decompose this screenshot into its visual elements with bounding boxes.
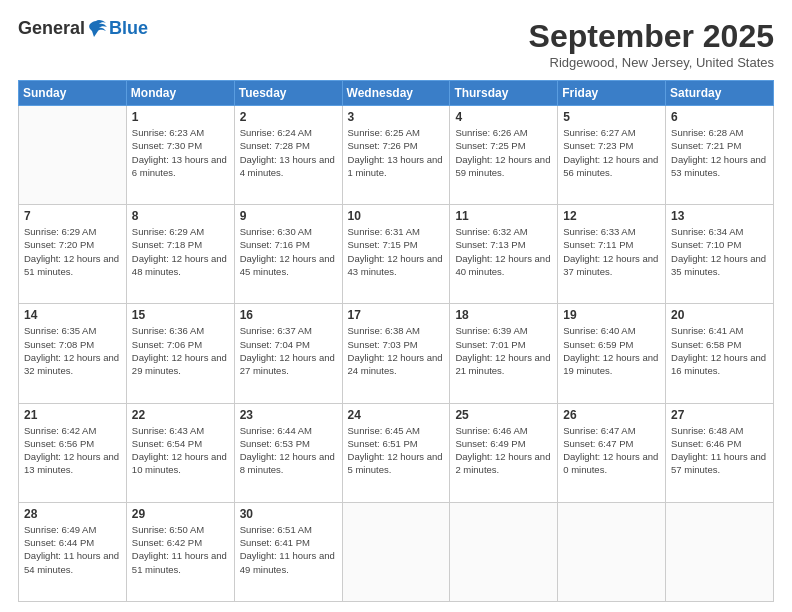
weekday-header-friday: Friday [558, 81, 666, 106]
day-info: Sunrise: 6:40 AMSunset: 6:59 PMDaylight:… [563, 324, 660, 377]
week-row-0: 1Sunrise: 6:23 AMSunset: 7:30 PMDaylight… [19, 106, 774, 205]
day-number: 26 [563, 408, 660, 422]
day-number: 20 [671, 308, 768, 322]
day-info: Sunrise: 6:45 AMSunset: 6:51 PMDaylight:… [348, 424, 445, 477]
calendar-cell: 20Sunrise: 6:41 AMSunset: 6:58 PMDayligh… [666, 304, 774, 403]
calendar-cell: 26Sunrise: 6:47 AMSunset: 6:47 PMDayligh… [558, 403, 666, 502]
calendar-cell: 24Sunrise: 6:45 AMSunset: 6:51 PMDayligh… [342, 403, 450, 502]
day-info: Sunrise: 6:37 AMSunset: 7:04 PMDaylight:… [240, 324, 337, 377]
day-number: 14 [24, 308, 121, 322]
day-number: 22 [132, 408, 229, 422]
calendar-cell: 4Sunrise: 6:26 AMSunset: 7:25 PMDaylight… [450, 106, 558, 205]
week-row-4: 28Sunrise: 6:49 AMSunset: 6:44 PMDayligh… [19, 502, 774, 601]
title-block: September 2025 Ridgewood, New Jersey, Un… [529, 18, 774, 70]
location: Ridgewood, New Jersey, United States [529, 55, 774, 70]
day-info: Sunrise: 6:46 AMSunset: 6:49 PMDaylight:… [455, 424, 552, 477]
day-number: 11 [455, 209, 552, 223]
calendar-cell [558, 502, 666, 601]
day-number: 16 [240, 308, 337, 322]
weekday-header-tuesday: Tuesday [234, 81, 342, 106]
calendar-cell [666, 502, 774, 601]
calendar-cell: 7Sunrise: 6:29 AMSunset: 7:20 PMDaylight… [19, 205, 127, 304]
calendar-cell: 19Sunrise: 6:40 AMSunset: 6:59 PMDayligh… [558, 304, 666, 403]
day-number: 24 [348, 408, 445, 422]
calendar-cell [450, 502, 558, 601]
day-number: 21 [24, 408, 121, 422]
day-number: 25 [455, 408, 552, 422]
day-info: Sunrise: 6:29 AMSunset: 7:20 PMDaylight:… [24, 225, 121, 278]
day-info: Sunrise: 6:36 AMSunset: 7:06 PMDaylight:… [132, 324, 229, 377]
day-info: Sunrise: 6:48 AMSunset: 6:46 PMDaylight:… [671, 424, 768, 477]
calendar-cell: 13Sunrise: 6:34 AMSunset: 7:10 PMDayligh… [666, 205, 774, 304]
logo-blue-text: Blue [109, 18, 148, 39]
day-number: 28 [24, 507, 121, 521]
day-number: 7 [24, 209, 121, 223]
day-info: Sunrise: 6:32 AMSunset: 7:13 PMDaylight:… [455, 225, 552, 278]
day-number: 12 [563, 209, 660, 223]
day-number: 5 [563, 110, 660, 124]
logo: General Blue [18, 18, 148, 39]
calendar-cell: 21Sunrise: 6:42 AMSunset: 6:56 PMDayligh… [19, 403, 127, 502]
week-row-2: 14Sunrise: 6:35 AMSunset: 7:08 PMDayligh… [19, 304, 774, 403]
day-info: Sunrise: 6:27 AMSunset: 7:23 PMDaylight:… [563, 126, 660, 179]
calendar-cell: 17Sunrise: 6:38 AMSunset: 7:03 PMDayligh… [342, 304, 450, 403]
day-number: 27 [671, 408, 768, 422]
day-number: 4 [455, 110, 552, 124]
day-number: 29 [132, 507, 229, 521]
day-number: 1 [132, 110, 229, 124]
calendar-cell: 29Sunrise: 6:50 AMSunset: 6:42 PMDayligh… [126, 502, 234, 601]
calendar-cell: 9Sunrise: 6:30 AMSunset: 7:16 PMDaylight… [234, 205, 342, 304]
calendar-cell: 14Sunrise: 6:35 AMSunset: 7:08 PMDayligh… [19, 304, 127, 403]
calendar-cell: 16Sunrise: 6:37 AMSunset: 7:04 PMDayligh… [234, 304, 342, 403]
calendar-cell: 11Sunrise: 6:32 AMSunset: 7:13 PMDayligh… [450, 205, 558, 304]
weekday-header-wednesday: Wednesday [342, 81, 450, 106]
calendar-cell: 10Sunrise: 6:31 AMSunset: 7:15 PMDayligh… [342, 205, 450, 304]
calendar-cell: 2Sunrise: 6:24 AMSunset: 7:28 PMDaylight… [234, 106, 342, 205]
calendar: SundayMondayTuesdayWednesdayThursdayFrid… [18, 80, 774, 602]
day-info: Sunrise: 6:51 AMSunset: 6:41 PMDaylight:… [240, 523, 337, 576]
day-number: 9 [240, 209, 337, 223]
calendar-cell: 8Sunrise: 6:29 AMSunset: 7:18 PMDaylight… [126, 205, 234, 304]
weekday-header-sunday: Sunday [19, 81, 127, 106]
calendar-cell: 12Sunrise: 6:33 AMSunset: 7:11 PMDayligh… [558, 205, 666, 304]
calendar-cell: 27Sunrise: 6:48 AMSunset: 6:46 PMDayligh… [666, 403, 774, 502]
logo-bird-icon [86, 19, 108, 39]
day-info: Sunrise: 6:25 AMSunset: 7:26 PMDaylight:… [348, 126, 445, 179]
day-info: Sunrise: 6:34 AMSunset: 7:10 PMDaylight:… [671, 225, 768, 278]
calendar-cell: 18Sunrise: 6:39 AMSunset: 7:01 PMDayligh… [450, 304, 558, 403]
day-number: 17 [348, 308, 445, 322]
day-number: 30 [240, 507, 337, 521]
day-info: Sunrise: 6:49 AMSunset: 6:44 PMDaylight:… [24, 523, 121, 576]
calendar-cell: 15Sunrise: 6:36 AMSunset: 7:06 PMDayligh… [126, 304, 234, 403]
header: General Blue September 2025 Ridgewood, N… [18, 18, 774, 70]
day-info: Sunrise: 6:28 AMSunset: 7:21 PMDaylight:… [671, 126, 768, 179]
calendar-cell: 3Sunrise: 6:25 AMSunset: 7:26 PMDaylight… [342, 106, 450, 205]
calendar-cell: 25Sunrise: 6:46 AMSunset: 6:49 PMDayligh… [450, 403, 558, 502]
logo-general-text: General [18, 18, 85, 39]
weekday-header-monday: Monday [126, 81, 234, 106]
weekday-header-saturday: Saturday [666, 81, 774, 106]
day-number: 6 [671, 110, 768, 124]
month-title: September 2025 [529, 18, 774, 55]
day-info: Sunrise: 6:41 AMSunset: 6:58 PMDaylight:… [671, 324, 768, 377]
page: General Blue September 2025 Ridgewood, N… [0, 0, 792, 612]
calendar-cell: 28Sunrise: 6:49 AMSunset: 6:44 PMDayligh… [19, 502, 127, 601]
day-info: Sunrise: 6:47 AMSunset: 6:47 PMDaylight:… [563, 424, 660, 477]
week-row-3: 21Sunrise: 6:42 AMSunset: 6:56 PMDayligh… [19, 403, 774, 502]
day-number: 2 [240, 110, 337, 124]
day-number: 8 [132, 209, 229, 223]
calendar-cell: 22Sunrise: 6:43 AMSunset: 6:54 PMDayligh… [126, 403, 234, 502]
day-number: 23 [240, 408, 337, 422]
day-info: Sunrise: 6:29 AMSunset: 7:18 PMDaylight:… [132, 225, 229, 278]
day-info: Sunrise: 6:39 AMSunset: 7:01 PMDaylight:… [455, 324, 552, 377]
weekday-header-thursday: Thursday [450, 81, 558, 106]
calendar-cell [19, 106, 127, 205]
day-number: 10 [348, 209, 445, 223]
day-info: Sunrise: 6:35 AMSunset: 7:08 PMDaylight:… [24, 324, 121, 377]
calendar-cell: 5Sunrise: 6:27 AMSunset: 7:23 PMDaylight… [558, 106, 666, 205]
day-info: Sunrise: 6:24 AMSunset: 7:28 PMDaylight:… [240, 126, 337, 179]
day-info: Sunrise: 6:50 AMSunset: 6:42 PMDaylight:… [132, 523, 229, 576]
calendar-cell: 23Sunrise: 6:44 AMSunset: 6:53 PMDayligh… [234, 403, 342, 502]
day-info: Sunrise: 6:43 AMSunset: 6:54 PMDaylight:… [132, 424, 229, 477]
day-number: 13 [671, 209, 768, 223]
